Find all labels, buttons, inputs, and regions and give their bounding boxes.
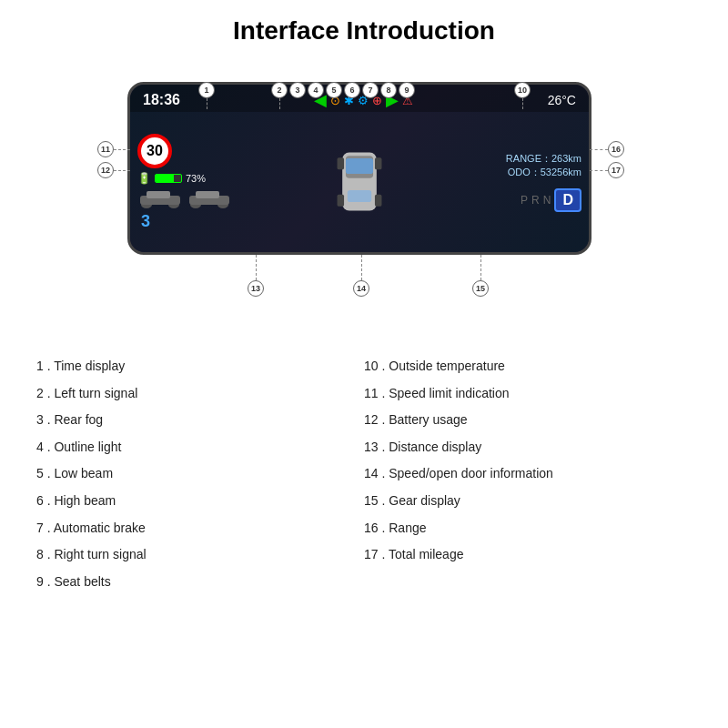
gear-N: N: [543, 194, 551, 207]
svg-rect-14: [346, 158, 373, 174]
ann-14: 14: [353, 280, 369, 297]
dashboard-screen: 18:36 ◀ ⊙ ✱ ⚙ ⊕ ▶ ⚠ 26°C: [127, 82, 592, 255]
svg-rect-13: [375, 195, 382, 207]
ann-16: 16: [608, 141, 624, 157]
legend-item-1: 1 . Time display: [36, 353, 364, 380]
legend-item-3: 3 . Rear fog: [36, 407, 364, 434]
legend-item-7: 7 . Automatic brake: [36, 515, 364, 542]
page-container: Interface Introduction 18:36 ◀ ⊙ ✱ ⚙ ⊕ ▶: [0, 0, 728, 602]
rear-fog-icon: ⊙: [330, 94, 340, 107]
legend-section: 1 . Time display 2 . Left turn signal 3 …: [0, 346, 728, 602]
svg-rect-11: [375, 157, 382, 169]
legend-item-12: 12 . Battery usage: [364, 407, 692, 434]
ann-17: 17: [608, 162, 624, 178]
range-label: RANGE：263km: [506, 152, 581, 166]
svg-rect-3: [147, 191, 170, 198]
ann-12: 12: [97, 162, 114, 178]
legend-item-6: 6 . High beam: [36, 488, 364, 515]
svg-rect-7: [196, 191, 219, 198]
battery-bar: [156, 175, 174, 182]
outline-light-icon: ✱: [344, 94, 354, 107]
gear-D-active: D: [554, 188, 581, 212]
car-silhouette-small-2: [187, 188, 232, 208]
legend-item-10: 10 . Outside temperature: [364, 353, 692, 380]
svg-rect-10: [338, 157, 345, 169]
legend-item-8: 8 . Right turn signal: [36, 541, 364, 569]
temperature-display: 26°C: [548, 93, 576, 107]
legend-item-17: 17 . Total mileage: [364, 541, 692, 569]
svg-rect-12: [338, 195, 345, 207]
low-beam-icon: ⚙: [358, 94, 369, 107]
battery-percent-label: 73%: [186, 173, 206, 184]
svg-rect-15: [348, 190, 371, 202]
battery-charge-icon: 🔋: [137, 172, 151, 185]
legend-item-9: 9 . Seat belts: [36, 569, 364, 596]
legend-item-5: 5 . Low beam: [36, 460, 364, 488]
odo-label: ODO：53256km: [506, 166, 581, 179]
ann-11: 11: [97, 141, 114, 157]
car-speed-label: 3: [141, 212, 256, 231]
legend-item-2: 2 . Left turn signal: [36, 380, 364, 408]
legend-item-14: 14 . Speed/open door information: [364, 460, 692, 488]
left-turn-icon: ◀: [314, 90, 327, 110]
seatbelt-icon: ⚠: [402, 94, 413, 107]
legend-item-11: 11 . Speed limit indication: [364, 380, 692, 408]
car-top-view: [332, 146, 387, 218]
diagram-section: 18:36 ◀ ⊙ ✱ ⚙ ⊕ ▶ ⚠ 26°C: [0, 55, 728, 346]
gear-R: R: [531, 194, 540, 207]
ann-13: 13: [248, 280, 264, 297]
legend-item-15: 15 . Gear display: [364, 488, 692, 515]
emergency-icon: ⊕: [372, 94, 382, 107]
car-silhouette-small-1: [137, 188, 183, 208]
right-turn-icon: ▶: [386, 90, 399, 110]
legend-item-13: 13 . Distance display: [364, 434, 692, 461]
time-display: 18:36: [143, 92, 180, 108]
page-title: Interface Introduction: [0, 0, 728, 55]
gear-P: P: [521, 194, 528, 207]
speed-limit-circle: 30: [137, 134, 172, 168]
legend-item-16: 16 . Range: [364, 515, 692, 542]
ann-15: 15: [472, 280, 489, 297]
legend-item-4: 4 . Outline light: [36, 434, 364, 461]
